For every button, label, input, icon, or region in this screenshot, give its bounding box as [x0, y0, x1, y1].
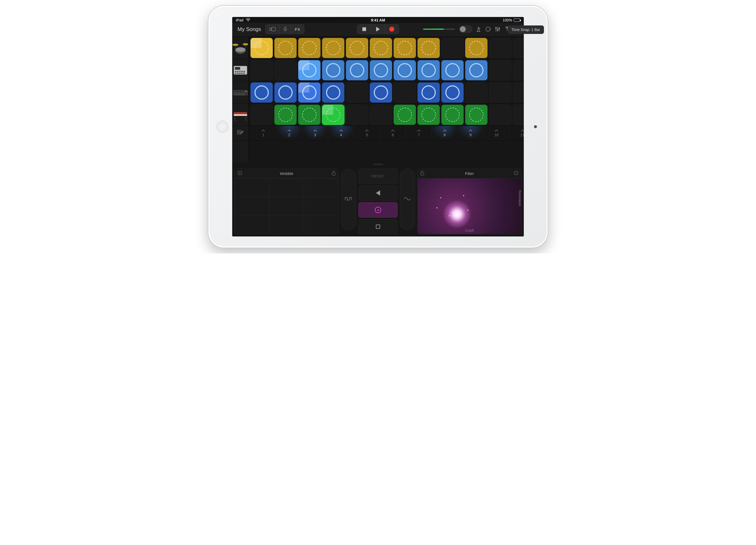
clip-cell-r3-c7[interactable]: [394, 82, 416, 103]
track-header-drum-machine[interactable]: [232, 59, 249, 81]
fx-left-title[interactable]: Wobble: [280, 171, 293, 176]
mixer-icon[interactable]: [494, 26, 501, 33]
clip-cell-r1-c5[interactable]: [346, 38, 368, 58]
clip-cell-r2-c3[interactable]: [298, 60, 320, 80]
column-trigger-3[interactable]: 3: [302, 126, 328, 140]
clip-cell-r2-c1[interactable]: [250, 60, 273, 80]
panel-grabber[interactable]: [232, 162, 524, 166]
clip-cell-r3-c1[interactable]: [250, 82, 273, 103]
clip-cell-r1-c11[interactable]: [489, 38, 511, 58]
column-trigger-10[interactable]: 10: [484, 126, 510, 140]
clip-cell-r3-c3[interactable]: [298, 82, 320, 103]
clip-cell-r2-c8[interactable]: [417, 60, 440, 80]
fx-button[interactable]: FX: [291, 25, 304, 34]
clip-cell-r4-c11[interactable]: [489, 105, 511, 125]
column-trigger-7[interactable]: 7: [406, 126, 432, 140]
scratch-button[interactable]: [358, 202, 398, 218]
clip-cell-r4-c7[interactable]: [394, 105, 416, 125]
column-trigger-11[interactable]: 11: [509, 126, 524, 140]
clip-cell-r1-c1[interactable]: [250, 38, 273, 58]
clip-cell-r4-c6[interactable]: [370, 105, 392, 125]
clip-cell-r3-c9[interactable]: [441, 82, 464, 103]
clip-cell-r1-c6[interactable]: [370, 38, 392, 58]
ipad-home-button[interactable]: [216, 121, 228, 133]
clip-cell-r4-c9[interactable]: [441, 105, 464, 125]
svg-rect-22: [243, 71, 245, 72]
lock-icon[interactable]: [420, 171, 424, 176]
column-trigger-4[interactable]: 4: [328, 126, 354, 140]
clip-cell-r3-c10[interactable]: [465, 82, 487, 103]
xy-pad-wobble[interactable]: [235, 178, 339, 234]
column-trigger-8[interactable]: 8: [432, 126, 458, 140]
track-header-keys[interactable]: [232, 104, 249, 126]
clip-cell-r3-c11[interactable]: [489, 82, 511, 103]
stop-button[interactable]: [357, 25, 371, 34]
chevron-up-icon: [287, 130, 291, 132]
track-header-synth[interactable]: ⋮⋮: [232, 81, 249, 104]
battery-icon: [514, 19, 520, 22]
svg-rect-53: [514, 172, 518, 175]
xy-pad-filter[interactable]: Cutoff Resonance: [417, 178, 521, 234]
clip-cell-r3-c12[interactable]: [513, 82, 524, 103]
view-browser-button[interactable]: [266, 25, 280, 34]
clip-cell-r4-c4[interactable]: [322, 105, 344, 125]
clip-cell-r1-c2[interactable]: [274, 38, 297, 58]
clip-cell-r3-c2[interactable]: [274, 82, 297, 103]
clip-cell-r2-c12[interactable]: [513, 60, 524, 80]
time-snap-pill[interactable]: Time Snap: 1 Bar: [508, 25, 524, 34]
clip-cell-r4-c2[interactable]: [274, 105, 297, 125]
clip-cell-r2-c11[interactable]: [489, 60, 511, 80]
lock-icon[interactable]: [332, 171, 336, 176]
clip-cell-r3-c5[interactable]: [346, 82, 368, 103]
fx-right-title[interactable]: Filter: [465, 171, 474, 176]
play-button[interactable]: [371, 25, 385, 34]
clip-cell-r1-c4[interactable]: [322, 38, 344, 58]
clip-cell-r2-c10[interactable]: [465, 60, 487, 80]
mic-button[interactable]: [280, 25, 291, 34]
clip-cell-r4-c12[interactable]: [513, 105, 524, 125]
column-trigger-1[interactable]: 1: [250, 126, 276, 140]
clip-cell-r2-c5[interactable]: [346, 60, 368, 80]
clip-cell-r2-c4[interactable]: [322, 60, 344, 80]
preset-next-icon[interactable]: [513, 171, 519, 176]
clip-cell-r2-c9[interactable]: [441, 60, 464, 80]
clip-cell-r2-c7[interactable]: [394, 60, 416, 80]
clip-cell-r1-c7[interactable]: [394, 38, 416, 58]
clip-cell-r4-c8[interactable]: [417, 105, 440, 125]
clip-cell-r1-c12[interactable]: [513, 38, 524, 58]
clip-cell-r4-c3[interactable]: [298, 105, 320, 125]
column-trigger-2[interactable]: 2: [276, 126, 302, 140]
clip-cell-r4-c1[interactable]: [250, 105, 273, 125]
lfo-left-strip[interactable]: [341, 169, 356, 230]
column-trigger-6[interactable]: 6: [380, 126, 406, 140]
clip-cell-r3-c8[interactable]: [417, 82, 440, 103]
cell-edit-button[interactable]: [232, 126, 249, 141]
battery-label: 100%: [503, 18, 512, 22]
preset-prev-icon[interactable]: [237, 171, 243, 176]
clip-cell-r1-c3[interactable]: [298, 38, 320, 58]
master-toggle[interactable]: [459, 25, 472, 33]
clip-cell-r4-c10[interactable]: [465, 105, 487, 125]
clip-cell-r2-c2[interactable]: [274, 60, 297, 80]
loop-icon[interactable]: [485, 26, 491, 33]
reverse-play-button[interactable]: [358, 186, 398, 201]
clip-cell-r1-c9[interactable]: [441, 38, 464, 58]
my-songs-button[interactable]: My Songs: [236, 25, 263, 33]
lfo-right-strip[interactable]: [400, 169, 415, 230]
trigger-number: 5: [366, 133, 368, 137]
track-header-drums[interactable]: [232, 37, 249, 59]
clip-cell-r3-c6[interactable]: [370, 82, 392, 103]
metronome-icon[interactable]: [475, 26, 482, 33]
record-button[interactable]: [385, 25, 399, 34]
column-trigger-9[interactable]: 9: [458, 126, 484, 140]
trigger-number: 7: [418, 133, 420, 137]
clip-cell-r1-c8[interactable]: [417, 38, 440, 58]
reset-button[interactable]: RESET: [358, 169, 398, 184]
clip-cell-r4-c5[interactable]: [346, 105, 368, 125]
volume-slider[interactable]: [423, 29, 455, 30]
column-trigger-5[interactable]: 5: [354, 126, 380, 140]
clip-cell-r1-c10[interactable]: [465, 38, 487, 58]
stop-fx-button[interactable]: [358, 219, 398, 235]
clip-cell-r2-c6[interactable]: [370, 60, 392, 80]
clip-cell-r3-c4[interactable]: [322, 82, 344, 103]
